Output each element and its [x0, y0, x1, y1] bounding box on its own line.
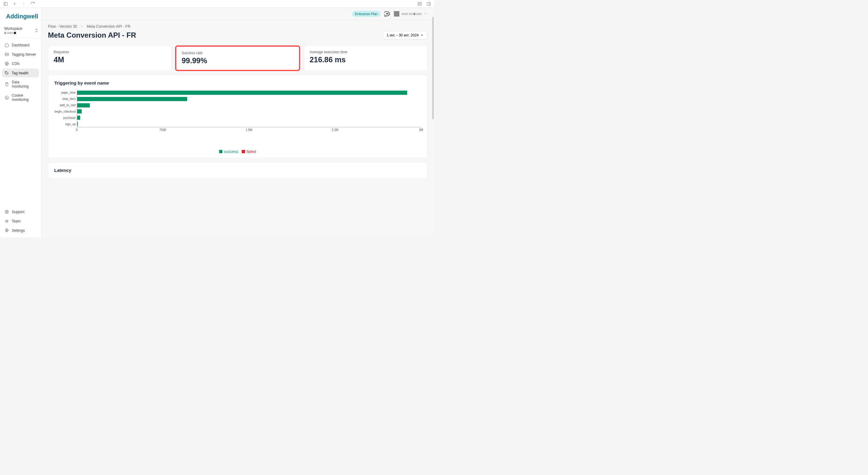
sidebar-item-tagging-server[interactable]: Tagging Server [2, 50, 39, 59]
stat-value: 216.86 ms [310, 56, 422, 64]
breadcrumb-item[interactable]: Flow - Version 30 [48, 24, 77, 29]
logo[interactable]: Addingwell [0, 8, 41, 24]
sidebar: Addingwell Workspace Dashboard Tagging S… [0, 8, 41, 238]
svg-point-29 [7, 220, 8, 221]
sidebar-item-team[interactable]: Team [2, 217, 39, 226]
y-label: page_view [61, 90, 76, 95]
tag-icon [4, 71, 9, 75]
bar-row [77, 122, 421, 126]
bar-success [77, 103, 90, 107]
svg-rect-2 [418, 2, 421, 5]
stat-card-avg-exec-time: Average execution time 216.86 ms [304, 45, 427, 71]
server-icon [4, 52, 9, 57]
browser-chrome [0, 0, 434, 8]
nav-label: Tagging Server [12, 53, 36, 57]
svg-point-15 [6, 72, 6, 72]
svg-point-18 [5, 96, 8, 99]
sidebar-right-icon[interactable] [426, 1, 431, 6]
bar-success [77, 91, 407, 95]
y-label: add_to_cart [60, 103, 76, 108]
home-icon [4, 43, 9, 47]
chart-container: page_view view_item add_to_cart begin_ch… [54, 90, 421, 141]
nav-main: Dashboard Tagging Server CDN Tag health … [0, 38, 41, 205]
nav-bottom: Support Team Settings [0, 205, 41, 238]
header: Enterprise Plan [41, 8, 434, 20]
gear-icon [4, 228, 9, 233]
bar-success [77, 115, 80, 120]
stat-value: 99.99% [182, 56, 294, 65]
date-range-label: 1 avr. - 30 avr. 2024 [387, 33, 418, 37]
y-label: view_item [62, 96, 76, 102]
sidebar-item-cdn[interactable]: CDN [2, 59, 39, 68]
cookie-icon [4, 95, 9, 100]
y-label: sign_up [65, 122, 76, 127]
stat-label: Average execution time [310, 50, 422, 54]
bars-area [77, 90, 421, 127]
sidebar-item-support[interactable]: Support [2, 207, 39, 216]
bar-row [77, 109, 421, 113]
sidebar-item-cookie-monitoring[interactable]: Cookie monitoring [2, 91, 39, 104]
clipboard-icon [4, 82, 9, 87]
date-range-picker[interactable]: 1 avr. - 30 avr. 2024 [383, 31, 427, 39]
svg-point-32 [387, 13, 388, 14]
sidebar-toggle-icon[interactable] [3, 1, 8, 6]
workspace-selector[interactable]: Workspace [0, 24, 41, 38]
stat-card-success-rate: Success rate 99.99% [175, 45, 301, 71]
bar-success [77, 97, 187, 101]
chevron-down-icon [424, 11, 427, 16]
chart-card-triggering: Triggering by event name page_view view_… [48, 75, 427, 158]
stat-value: 4M [54, 56, 166, 64]
nav-label: Team [12, 219, 21, 223]
globe-icon [4, 61, 9, 66]
svg-rect-12 [5, 55, 8, 56]
breadcrumb-item[interactable]: Meta Conversion API - FR [87, 24, 130, 29]
chevron-updown-icon [35, 28, 38, 34]
bar-row [77, 97, 421, 101]
latency-title: Latency [54, 168, 421, 173]
user-menu[interactable] [394, 11, 427, 16]
x-tick: 2.3M [332, 128, 338, 132]
life-ring-icon [4, 209, 9, 214]
x-tick: 1.5M [246, 128, 252, 132]
nav-label: Cookie monitoring [12, 93, 36, 102]
svg-rect-11 [5, 53, 8, 54]
svg-point-19 [6, 97, 6, 97]
nav-label: CDN [12, 62, 20, 66]
caret-down-icon [421, 34, 424, 37]
bar-row [77, 103, 421, 107]
chevron-right-icon [81, 25, 83, 28]
nav-label: Dashboard [12, 43, 30, 47]
forward-icon[interactable] [21, 1, 26, 6]
reload-icon[interactable] [30, 1, 35, 6]
stat-label: Success rate [182, 51, 294, 55]
sidebar-item-settings[interactable]: Settings [2, 226, 39, 235]
chat-icon[interactable] [384, 11, 390, 17]
legend-label: success [224, 149, 238, 154]
nav-label: Support [12, 210, 24, 214]
main-content: Enterprise Plan Flow - Version 30 [41, 8, 434, 238]
back-icon[interactable] [12, 1, 17, 6]
scrollbar[interactable] [432, 17, 434, 119]
svg-point-30 [6, 230, 7, 231]
legend-label: failed [247, 149, 256, 154]
sidebar-item-tag-health[interactable]: Tag health [2, 69, 39, 77]
user-name [401, 13, 422, 15]
y-axis-labels: page_view view_item add_to_cart begin_ch… [54, 90, 77, 127]
legend-swatch-icon [219, 150, 222, 153]
stat-card-requests: Requests 4M [48, 45, 172, 71]
svg-rect-0 [4, 2, 7, 5]
sidebar-item-dashboard[interactable]: Dashboard [2, 41, 39, 49]
workspace-value [4, 32, 37, 34]
y-label: purchase [63, 115, 76, 121]
sidebar-item-data-monitoring[interactable]: Data monitoring [2, 78, 39, 91]
bar-success [77, 109, 82, 113]
page-title: Meta Conversion API - FR [48, 31, 136, 39]
chart-legend: success failed [54, 149, 421, 154]
workspace-label: Workspace [4, 27, 37, 31]
avatar [394, 11, 399, 16]
settings-icon[interactable] [417, 1, 422, 6]
x-tick: 3M [419, 128, 423, 132]
y-label: begin_checkout [55, 109, 76, 114]
svg-point-33 [388, 13, 389, 14]
x-tick: 750K [159, 128, 166, 132]
